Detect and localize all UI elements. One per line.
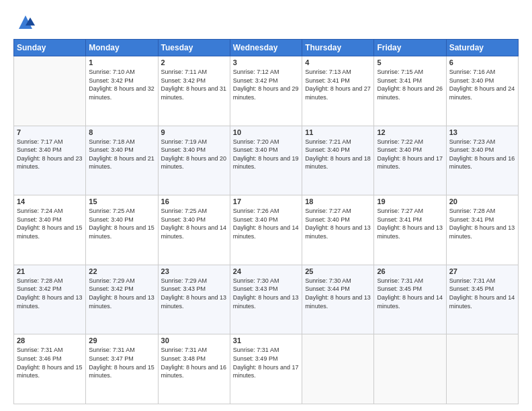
day-number: 10 xyxy=(233,128,299,136)
calendar-cell: 26Sunrise: 7:31 AMSunset: 3:45 PMDayligh… xyxy=(374,265,446,334)
cell-info: Sunrise: 7:25 AMSunset: 3:40 PMDaylight:… xyxy=(161,207,227,240)
day-number: 20 xyxy=(449,197,515,205)
weekday-sunday: Sunday xyxy=(14,40,86,56)
cell-info: Sunrise: 7:27 AMSunset: 3:41 PMDaylight:… xyxy=(377,207,443,240)
calendar-cell xyxy=(446,334,518,404)
calendar-cell: 18Sunrise: 7:27 AMSunset: 3:40 PMDayligh… xyxy=(302,195,374,265)
day-number: 17 xyxy=(233,197,299,205)
calendar-cell: 11Sunrise: 7:21 AMSunset: 3:40 PMDayligh… xyxy=(302,126,374,195)
cell-info: Sunrise: 7:15 AMSunset: 3:41 PMDaylight:… xyxy=(377,68,443,101)
day-number: 11 xyxy=(305,128,371,136)
calendar-cell: 20Sunrise: 7:28 AMSunset: 3:41 PMDayligh… xyxy=(446,195,518,265)
day-number: 26 xyxy=(377,267,443,275)
cell-info: Sunrise: 7:19 AMSunset: 3:40 PMDaylight:… xyxy=(161,138,227,171)
day-number: 6 xyxy=(449,58,515,66)
cell-info: Sunrise: 7:29 AMSunset: 3:43 PMDaylight:… xyxy=(161,277,227,310)
day-number: 25 xyxy=(305,267,371,275)
week-row-4: 21Sunrise: 7:28 AMSunset: 3:42 PMDayligh… xyxy=(14,265,519,334)
cell-info: Sunrise: 7:13 AMSunset: 3:41 PMDaylight:… xyxy=(305,68,371,101)
calendar-cell: 2Sunrise: 7:11 AMSunset: 3:42 PMDaylight… xyxy=(158,56,230,126)
calendar-cell: 8Sunrise: 7:18 AMSunset: 3:40 PMDaylight… xyxy=(86,126,158,195)
day-number: 7 xyxy=(17,128,83,136)
calendar-cell: 4Sunrise: 7:13 AMSunset: 3:41 PMDaylight… xyxy=(302,56,374,126)
cell-info: Sunrise: 7:30 AMSunset: 3:44 PMDaylight:… xyxy=(305,277,371,310)
day-number: 24 xyxy=(233,267,299,275)
weekday-friday: Friday xyxy=(374,40,446,56)
day-number: 4 xyxy=(305,58,371,66)
calendar-cell: 22Sunrise: 7:29 AMSunset: 3:42 PMDayligh… xyxy=(86,265,158,334)
cell-info: Sunrise: 7:31 AMSunset: 3:47 PMDaylight:… xyxy=(89,346,154,379)
week-row-5: 28Sunrise: 7:31 AMSunset: 3:46 PMDayligh… xyxy=(14,334,519,404)
calendar-cell: 19Sunrise: 7:27 AMSunset: 3:41 PMDayligh… xyxy=(374,195,446,265)
day-number: 22 xyxy=(89,267,154,275)
cell-info: Sunrise: 7:12 AMSunset: 3:42 PMDaylight:… xyxy=(233,68,299,101)
calendar-cell: 14Sunrise: 7:24 AMSunset: 3:40 PMDayligh… xyxy=(14,195,86,265)
week-row-2: 7Sunrise: 7:17 AMSunset: 3:40 PMDaylight… xyxy=(14,126,519,195)
calendar-cell: 3Sunrise: 7:12 AMSunset: 3:42 PMDaylight… xyxy=(230,56,302,126)
weekday-saturday: Saturday xyxy=(446,40,518,56)
cell-info: Sunrise: 7:31 AMSunset: 3:45 PMDaylight:… xyxy=(449,277,515,310)
calendar-cell: 29Sunrise: 7:31 AMSunset: 3:47 PMDayligh… xyxy=(86,334,158,404)
calendar-cell: 21Sunrise: 7:28 AMSunset: 3:42 PMDayligh… xyxy=(14,265,86,334)
calendar-cell: 13Sunrise: 7:23 AMSunset: 3:40 PMDayligh… xyxy=(446,126,518,195)
logo-icon xyxy=(15,12,36,32)
cell-info: Sunrise: 7:10 AMSunset: 3:42 PMDaylight:… xyxy=(89,68,154,101)
cell-info: Sunrise: 7:26 AMSunset: 3:40 PMDaylight:… xyxy=(233,207,299,240)
calendar-cell: 25Sunrise: 7:30 AMSunset: 3:44 PMDayligh… xyxy=(302,265,374,334)
calendar-cell: 16Sunrise: 7:25 AMSunset: 3:40 PMDayligh… xyxy=(158,195,230,265)
calendar-cell: 24Sunrise: 7:30 AMSunset: 3:43 PMDayligh… xyxy=(230,265,302,334)
calendar-table: SundayMondayTuesdayWednesdayThursdayFrid… xyxy=(13,39,519,404)
weekday-thursday: Thursday xyxy=(302,40,374,56)
weekday-wednesday: Wednesday xyxy=(230,40,302,56)
day-number: 16 xyxy=(161,197,227,205)
day-number: 15 xyxy=(89,197,154,205)
calendar-cell: 31Sunrise: 7:31 AMSunset: 3:49 PMDayligh… xyxy=(230,334,302,404)
day-number: 27 xyxy=(449,267,515,275)
cell-info: Sunrise: 7:30 AMSunset: 3:43 PMDaylight:… xyxy=(233,277,299,310)
cell-info: Sunrise: 7:23 AMSunset: 3:40 PMDaylight:… xyxy=(449,138,515,171)
cell-info: Sunrise: 7:22 AMSunset: 3:40 PMDaylight:… xyxy=(377,138,443,171)
day-number: 31 xyxy=(233,336,299,345)
calendar-cell: 6Sunrise: 7:16 AMSunset: 3:40 PMDaylight… xyxy=(446,56,518,126)
day-number: 30 xyxy=(161,336,227,345)
cell-info: Sunrise: 7:17 AMSunset: 3:40 PMDaylight:… xyxy=(17,138,83,171)
day-number: 12 xyxy=(377,128,443,136)
day-number: 14 xyxy=(17,197,83,205)
calendar-cell: 27Sunrise: 7:31 AMSunset: 3:45 PMDayligh… xyxy=(446,265,518,334)
day-number: 28 xyxy=(17,336,83,345)
day-number: 3 xyxy=(233,58,299,66)
cell-info: Sunrise: 7:28 AMSunset: 3:42 PMDaylight:… xyxy=(17,277,83,310)
cell-info: Sunrise: 7:25 AMSunset: 3:40 PMDaylight:… xyxy=(89,207,154,240)
calendar-cell: 10Sunrise: 7:20 AMSunset: 3:40 PMDayligh… xyxy=(230,126,302,195)
calendar-cell xyxy=(302,334,374,404)
cell-info: Sunrise: 7:11 AMSunset: 3:42 PMDaylight:… xyxy=(161,68,227,101)
day-number: 9 xyxy=(161,128,227,136)
day-number: 5 xyxy=(377,58,443,66)
day-number: 13 xyxy=(449,128,515,136)
logo xyxy=(13,12,36,32)
week-row-3: 14Sunrise: 7:24 AMSunset: 3:40 PMDayligh… xyxy=(14,195,519,265)
day-number: 18 xyxy=(305,197,371,205)
calendar-cell xyxy=(14,56,86,126)
cell-info: Sunrise: 7:31 AMSunset: 3:45 PMDaylight:… xyxy=(377,277,443,310)
day-number: 29 xyxy=(89,336,154,345)
week-row-1: 1Sunrise: 7:10 AMSunset: 3:42 PMDaylight… xyxy=(14,56,519,126)
cell-info: Sunrise: 7:31 AMSunset: 3:49 PMDaylight:… xyxy=(233,346,299,379)
cell-info: Sunrise: 7:27 AMSunset: 3:40 PMDaylight:… xyxy=(305,207,371,240)
cell-info: Sunrise: 7:21 AMSunset: 3:40 PMDaylight:… xyxy=(305,138,371,171)
weekday-tuesday: Tuesday xyxy=(158,40,230,56)
day-number: 1 xyxy=(89,58,154,66)
calendar-cell: 28Sunrise: 7:31 AMSunset: 3:46 PMDayligh… xyxy=(14,334,86,404)
calendar-cell xyxy=(374,334,446,404)
day-number: 8 xyxy=(89,128,154,136)
weekday-monday: Monday xyxy=(86,40,158,56)
calendar-cell: 12Sunrise: 7:22 AMSunset: 3:40 PMDayligh… xyxy=(374,126,446,195)
calendar-cell: 23Sunrise: 7:29 AMSunset: 3:43 PMDayligh… xyxy=(158,265,230,334)
day-number: 19 xyxy=(377,197,443,205)
cell-info: Sunrise: 7:20 AMSunset: 3:40 PMDaylight:… xyxy=(233,138,299,171)
calendar-cell: 1Sunrise: 7:10 AMSunset: 3:42 PMDaylight… xyxy=(86,56,158,126)
calendar-cell: 7Sunrise: 7:17 AMSunset: 3:40 PMDaylight… xyxy=(14,126,86,195)
cell-info: Sunrise: 7:24 AMSunset: 3:40 PMDaylight:… xyxy=(17,207,83,240)
cell-info: Sunrise: 7:31 AMSunset: 3:46 PMDaylight:… xyxy=(17,346,83,379)
calendar-cell: 15Sunrise: 7:25 AMSunset: 3:40 PMDayligh… xyxy=(86,195,158,265)
